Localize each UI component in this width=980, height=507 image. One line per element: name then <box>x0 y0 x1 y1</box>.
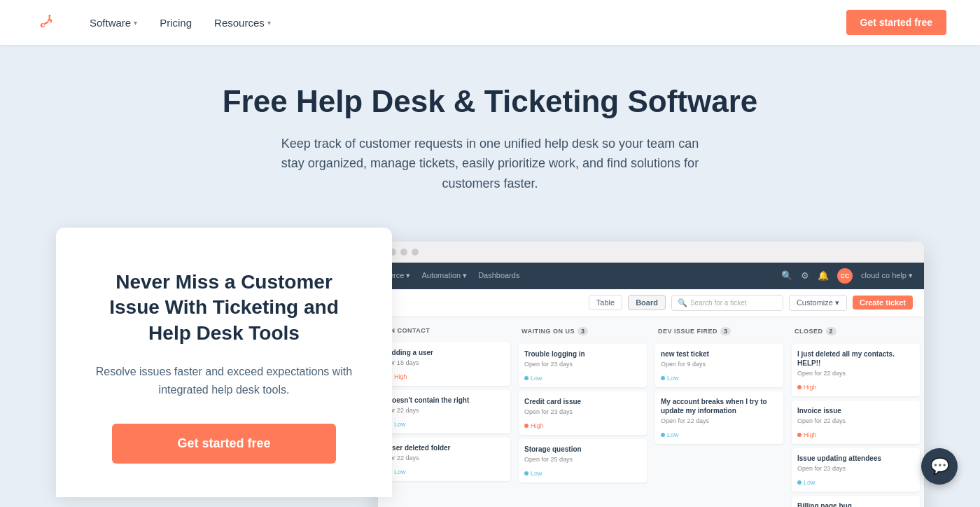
screenshot-wrapper: erce ▾ Automation ▾ Dashboards 🔍 ⚙ 🔔 CC … <box>378 228 924 507</box>
kanban-card: Issue updating attendees Open for 23 day… <box>792 448 920 492</box>
kanban-card: My account breaks when I try to update m… <box>655 391 783 444</box>
browser-mockup: erce ▾ Automation ▾ Dashboards 🔍 ⚙ 🔔 CC … <box>378 242 924 507</box>
search-icon-small: 🔍 <box>678 298 687 307</box>
browser-dot-yellow <box>400 249 407 256</box>
hubspot-logo[interactable] <box>34 10 59 35</box>
customize-button[interactable]: Customize ▾ <box>789 295 847 311</box>
browser-dot-green <box>412 249 419 256</box>
app-topbar-nav: erce ▾ Automation ▾ Dashboards <box>389 271 520 280</box>
user-name: cloud co help ▾ <box>861 271 913 280</box>
kanban-col-dev: DEV ISSUE FIRED 3 new test ticket Open f… <box>651 323 788 507</box>
hero-section: Free Help Desk & Ticketing Software Keep… <box>0 45 980 228</box>
nav-items: Software ▾ Pricing Resources ▾ <box>81 11 846 34</box>
resources-chevron-icon: ▾ <box>267 19 271 27</box>
tab-table[interactable]: Table <box>589 295 622 310</box>
kanban-card: new test ticket Open for 9 days Low <box>655 344 783 387</box>
kanban-col-header-closed: CLOSED 2 <box>792 323 920 340</box>
content-section: Never Miss a Customer Issue With Ticketi… <box>0 228 980 507</box>
create-ticket-button[interactable]: Create ticket <box>853 296 913 310</box>
bell-icon: 🔔 <box>818 270 829 281</box>
priority-high-dot <box>524 424 528 428</box>
tab-board[interactable]: Board <box>628 295 666 310</box>
kanban-card: Billing page bug Open for 25 days High <box>792 496 920 507</box>
priority-high-dot <box>797 433 802 437</box>
priority-low-dot <box>797 480 802 485</box>
priority-low-dot <box>524 471 528 475</box>
navbar-get-started-button[interactable]: Get started free <box>846 10 946 35</box>
nav-item-software[interactable]: Software ▾ <box>81 11 146 34</box>
kanban-board: ON CONTACT adding a user for 15 days Hig… <box>378 317 924 507</box>
settings-icon: ⚙ <box>801 270 809 281</box>
navbar: Software ▾ Pricing Resources ▾ Get start… <box>0 0 980 45</box>
kanban-card: Invoice issue Open for 22 days High <box>792 401 920 444</box>
kanban-card: Trouble logging in Open for 23 days Low <box>519 344 647 387</box>
chat-icon: 💬 <box>930 457 949 475</box>
app-toolbar: Table Board 🔍 Search for a ticket Custom… <box>378 289 924 317</box>
kanban-card: adding a user for 15 days High <box>382 342 510 386</box>
kanban-col-waiting: WAITING ON US 3 Trouble logging in Open … <box>514 323 651 507</box>
priority-low-dot <box>524 376 528 380</box>
kanban-card: Credit card issue Open for 23 days High <box>519 391 647 435</box>
software-chevron-icon: ▾ <box>134 19 137 27</box>
hero-subtitle: Keep track of customer requests in one u… <box>273 134 707 194</box>
topbar-nav-dashboards: Dashboards <box>478 271 519 280</box>
ticket-search[interactable]: 🔍 Search for a ticket <box>671 295 783 311</box>
kanban-card: I just deleted all my contacts. HELP!! O… <box>792 344 920 396</box>
topbar-nav-automation: Automation ▾ <box>421 271 467 280</box>
left-panel-description: Resolve issues faster and exceed expecta… <box>95 363 353 398</box>
kanban-col-on-contact: ON CONTACT adding a user for 15 days Hig… <box>378 323 514 507</box>
chat-button[interactable]: 💬 <box>921 448 958 485</box>
hero-title: Free Help Desk & Ticketing Software <box>34 84 946 120</box>
nav-item-pricing[interactable]: Pricing <box>151 11 200 34</box>
left-panel-title: Never Miss a Customer Issue With Ticketi… <box>95 270 353 346</box>
kanban-card: doesn't contain the right for 22 days Lo… <box>382 390 510 433</box>
left-panel: Never Miss a Customer Issue With Ticketi… <box>56 228 392 497</box>
kanban-col-header-on-contact: ON CONTACT <box>382 323 510 338</box>
priority-low-dot <box>661 376 665 380</box>
search-icon: 🔍 <box>781 270 792 281</box>
hero-cta-button[interactable]: Get started free <box>112 424 336 464</box>
user-avatar: CC <box>837 268 853 284</box>
kanban-col-header-dev: DEV ISSUE FIRED 3 <box>655 323 783 340</box>
priority-high-dot <box>797 385 802 389</box>
browser-bar <box>378 242 924 263</box>
app-topbar: erce ▾ Automation ▾ Dashboards 🔍 ⚙ 🔔 CC … <box>378 263 924 289</box>
kanban-col-closed: CLOSED 2 I just deleted all my contacts.… <box>788 323 924 507</box>
nav-item-resources[interactable]: Resources ▾ <box>206 11 279 34</box>
kanban-card: user deleted folder for 22 days Low <box>382 438 510 481</box>
kanban-col-header-waiting: WAITING ON US 3 <box>519 323 647 340</box>
priority-low-dot <box>661 433 665 437</box>
kanban-card: Storage question Open for 25 days Low <box>519 439 647 482</box>
topbar-nav-commerce: erce ▾ <box>389 271 410 280</box>
